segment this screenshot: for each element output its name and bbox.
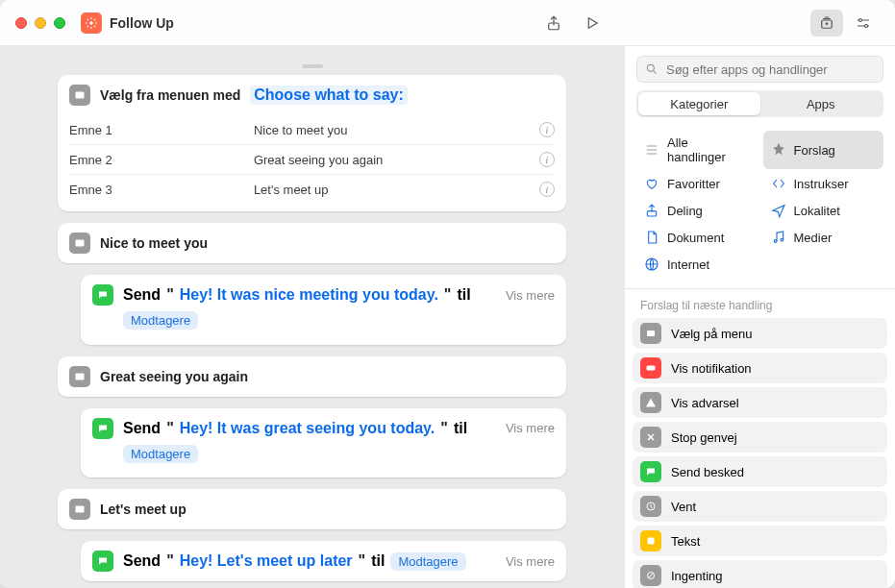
category-suggestions[interactable]: Forslag	[763, 131, 884, 169]
svg-line-8	[94, 18, 95, 19]
messages-icon	[92, 284, 113, 306]
menu-icon	[69, 85, 90, 106]
suggestion-stop-shortcut[interactable]: Stop genvej	[633, 422, 887, 453]
suggestion-nothing[interactable]: Ingenting	[633, 560, 887, 588]
svg-rect-24	[77, 509, 83, 510]
suggestion-show-notification[interactable]: Vis notifikation	[633, 353, 887, 383]
window-title: Follow Up	[110, 15, 174, 31]
suggestion-text[interactable]: Tekst	[633, 526, 887, 556]
menu-items: Emne 1 Nice to meet you i Emne 2 Great s…	[58, 115, 566, 211]
info-icon[interactable]: i	[539, 122, 555, 137]
library-toggle-button[interactable]	[810, 10, 843, 37]
category-internet[interactable]: Internet	[636, 252, 758, 277]
action-title: Vælg fra menuen med	[100, 87, 240, 103]
branch-title: Great seeing you again	[100, 369, 248, 384]
share-button[interactable]	[536, 10, 571, 37]
sidebar-toolbar	[609, 10, 880, 37]
svg-rect-17	[77, 241, 83, 242]
svg-point-35	[781, 238, 783, 241]
drag-handle-top[interactable]	[302, 58, 323, 75]
menu-icon	[69, 499, 90, 520]
menu-branch-card[interactable]: Let's meet up	[58, 489, 566, 529]
svg-line-29	[654, 71, 657, 74]
svg-line-5	[87, 18, 88, 19]
category-document[interactable]: Dokument	[636, 225, 758, 250]
workflow-editor[interactable]: Vælg fra menuen med Choose what to say: …	[0, 46, 625, 588]
recipients-token[interactable]: Modtagere	[390, 552, 465, 571]
suggestion-choose-from-menu[interactable]: Vælg på menu	[633, 318, 887, 349]
library-tabs: Kategorier Apps	[636, 90, 883, 117]
suggestions-header: Forslag til næste handling	[625, 289, 895, 318]
messages-icon	[92, 418, 113, 439]
category-all-actions[interactable]: Alle handlinger	[636, 131, 758, 169]
svg-rect-38	[649, 332, 654, 333]
svg-rect-40	[647, 366, 656, 371]
svg-rect-39	[649, 334, 654, 335]
svg-rect-42	[648, 538, 655, 545]
show-more-button[interactable]: Vis mere	[506, 421, 555, 435]
info-icon[interactable]: i	[539, 152, 555, 167]
shortcut-icon	[81, 12, 102, 34]
titlebar: Follow Up	[0, 0, 895, 46]
send-message-action[interactable]: Send " Hey! It was great seeing you toda…	[81, 408, 566, 478]
category-media[interactable]: Medier	[763, 225, 884, 250]
branch-title: Nice to meet you	[100, 235, 208, 251]
category-favorites[interactable]: Favoritter	[636, 171, 758, 196]
show-more-button[interactable]: Vis mere	[506, 288, 555, 303]
svg-line-6	[94, 25, 95, 26]
svg-rect-37	[647, 331, 655, 336]
message-token[interactable]: Hey! Let's meet up later	[180, 552, 353, 570]
info-icon[interactable]: i	[539, 182, 555, 197]
minimize-button[interactable]	[35, 17, 46, 29]
window: Follow Up	[0, 0, 895, 588]
messages-icon	[92, 551, 113, 572]
menu-item-row[interactable]: Emne 3 Let's meet up i	[69, 175, 555, 204]
window-traffic-lights	[15, 17, 65, 29]
recipients-token[interactable]: Modtagere	[123, 311, 198, 330]
suggestion-show-alert[interactable]: Vis advarsel	[633, 387, 887, 418]
svg-rect-20	[77, 375, 83, 376]
svg-line-44	[649, 574, 654, 578]
suggestion-send-message[interactable]: Send besked	[633, 456, 887, 487]
svg-point-12	[865, 24, 868, 27]
search-input[interactable]	[664, 61, 875, 78]
menu-item-row[interactable]: Emne 2 Great seeing you again i	[69, 145, 555, 175]
tab-apps[interactable]: Apps	[760, 92, 883, 115]
search-field[interactable]	[636, 56, 883, 83]
branch-title: Let's meet up	[100, 502, 186, 517]
svg-point-34	[774, 240, 777, 243]
menu-branch-card[interactable]: Nice to meet you	[58, 223, 566, 263]
search-icon	[645, 62, 659, 76]
category-sharing[interactable]: Deling	[636, 198, 758, 223]
svg-rect-21	[77, 377, 83, 378]
message-token[interactable]: Hey! It was great seeing you today.	[180, 420, 435, 437]
maximize-button[interactable]	[54, 17, 65, 29]
menu-icon	[69, 233, 90, 254]
category-grid: Alle handlinger Forslag Favoritter Instr…	[625, 127, 895, 288]
show-more-button[interactable]: Vis mere	[506, 554, 555, 569]
menu-prompt-token[interactable]: Choose what to say:	[250, 86, 408, 105]
menu-branch-card[interactable]: Great seeing you again	[58, 356, 566, 397]
category-scripting[interactable]: Instrukser	[763, 171, 884, 196]
svg-point-0	[89, 21, 93, 25]
recipients-token[interactable]: Modtagere	[123, 445, 198, 463]
action-library-sidebar: Kategorier Apps Alle handlinger Forslag …	[625, 46, 895, 588]
close-button[interactable]	[15, 17, 27, 29]
settings-toggle-button[interactable]	[847, 10, 880, 37]
svg-point-28	[647, 64, 654, 71]
suggestions-list: Vælg på menu Vis notifikation Vis advars…	[625, 318, 895, 588]
message-token[interactable]: Hey! It was nice meeting you today.	[180, 286, 438, 304]
tab-categories[interactable]: Kategorier	[638, 92, 760, 115]
run-button[interactable]	[575, 10, 609, 37]
send-message-action[interactable]: Send " Hey! Let's meet up later " til Mo…	[81, 541, 566, 581]
svg-rect-14	[77, 93, 83, 94]
body: Vælg fra menuen med Choose what to say: …	[0, 46, 895, 588]
svg-rect-15	[77, 95, 83, 96]
menu-item-row[interactable]: Emne 1 Nice to meet you i	[69, 115, 555, 145]
suggestion-wait[interactable]: Vent	[633, 491, 887, 522]
category-location[interactable]: Lokalitet	[763, 198, 884, 223]
send-message-action[interactable]: Send " Hey! It was nice meeting you toda…	[81, 275, 566, 345]
svg-rect-23	[77, 507, 83, 508]
choose-from-menu-action[interactable]: Vælg fra menuen med Choose what to say: …	[58, 75, 566, 211]
svg-line-7	[87, 25, 88, 26]
